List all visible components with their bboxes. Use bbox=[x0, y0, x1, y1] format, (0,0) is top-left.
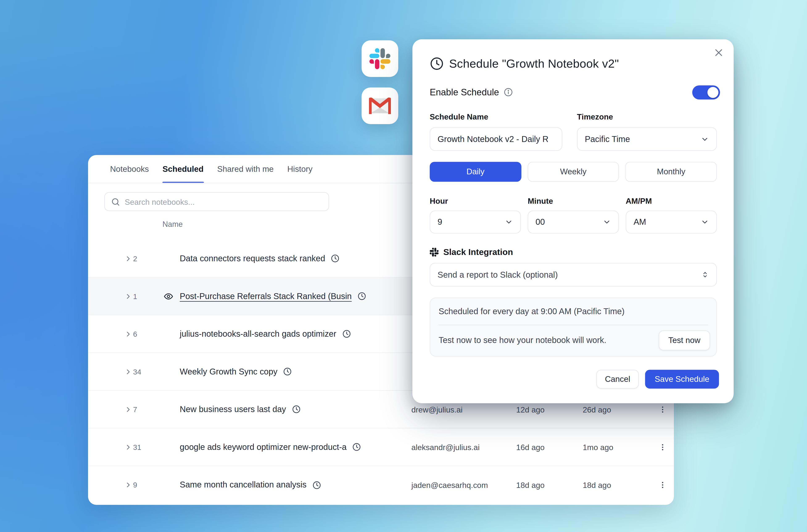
kebab-menu-icon[interactable] bbox=[658, 405, 667, 414]
clock-icon bbox=[283, 367, 292, 376]
minute-select[interactable]: 00 bbox=[528, 210, 619, 233]
ampm-label: AM/PM bbox=[626, 196, 652, 205]
enable-schedule-label: Enable Schedule bbox=[430, 87, 499, 98]
chevron-right-icon[interactable] bbox=[125, 330, 131, 337]
table-row[interactable]: 9 Same month cancellation analysis jaden… bbox=[88, 466, 674, 504]
schedule-name-label: Schedule Name bbox=[430, 112, 489, 121]
ampm-value: AM bbox=[634, 217, 646, 227]
schedule-name-input[interactable] bbox=[438, 134, 554, 144]
notebook-name[interactable]: Same month cancellation analysis bbox=[180, 480, 321, 490]
clock-icon bbox=[342, 329, 351, 338]
timezone-select[interactable]: Pacific Time bbox=[577, 127, 717, 151]
notebook-name[interactable]: Post-Purchase Referrals Stack Ranked (Bu… bbox=[180, 291, 366, 301]
search-box bbox=[104, 192, 329, 211]
chevrons-up-down-icon bbox=[701, 271, 709, 279]
name-column-header: Name bbox=[162, 220, 183, 228]
slack-integration-title: Slack Integration bbox=[443, 247, 513, 257]
modal-title: Schedule "Growth Notebook v2" bbox=[449, 57, 619, 71]
chevron-right-icon[interactable] bbox=[125, 481, 131, 488]
tab-scheduled[interactable]: Scheduled bbox=[162, 155, 203, 183]
notebook-count: 31 bbox=[133, 443, 141, 451]
clock-icon bbox=[357, 292, 366, 301]
tab-shared-with-me[interactable]: Shared with me bbox=[217, 155, 274, 183]
slack-report-value: Send a report to Slack (optional) bbox=[438, 270, 558, 279]
search-input[interactable] bbox=[125, 197, 322, 206]
last-run-time: 18d ago bbox=[516, 480, 545, 489]
chevron-right-icon[interactable] bbox=[125, 406, 131, 413]
save-schedule-button[interactable]: Save Schedule bbox=[645, 369, 719, 388]
last-run-time: 12d ago bbox=[516, 405, 545, 414]
tab-notebooks[interactable]: Notebooks bbox=[110, 155, 149, 183]
notebook-name[interactable]: google ads keyword optimizer new-product… bbox=[180, 442, 361, 452]
search-icon bbox=[111, 197, 120, 206]
test-now-button[interactable]: Test now bbox=[659, 330, 710, 350]
enable-schedule-toggle[interactable] bbox=[692, 85, 720, 99]
schedule-summary-text: Scheduled for every day at 9:00 AM (Paci… bbox=[439, 307, 625, 316]
kebab-menu-icon[interactable] bbox=[658, 480, 667, 489]
created-time: 26d ago bbox=[583, 405, 611, 414]
clock-icon bbox=[430, 57, 444, 71]
frequency-daily-button[interactable]: Daily bbox=[430, 162, 521, 182]
created-time: 18d ago bbox=[583, 480, 611, 489]
schedule-modal: Schedule "Growth Notebook v2" Enable Sch… bbox=[412, 39, 734, 403]
notebook-name[interactable]: julius-notebooks-all-search gads optimiz… bbox=[180, 329, 351, 339]
tab-bar: Notebooks Scheduled Shared with me Histo… bbox=[110, 155, 313, 183]
tab-history[interactable]: History bbox=[287, 155, 312, 183]
chevron-right-icon[interactable] bbox=[125, 368, 131, 375]
schedule-name-field bbox=[430, 127, 562, 151]
desktop-background: Notebooks Scheduled Shared with me Histo… bbox=[0, 0, 807, 532]
notebook-count: 34 bbox=[133, 367, 141, 376]
slack-integration-header: Slack Integration bbox=[430, 247, 513, 257]
created-time: 1mo ago bbox=[583, 442, 613, 451]
frequency-weekly-button[interactable]: Weekly bbox=[528, 162, 619, 182]
frequency-monthly-button[interactable]: Monthly bbox=[625, 162, 717, 182]
hour-value: 9 bbox=[438, 217, 442, 227]
hour-select[interactable]: 9 bbox=[430, 210, 521, 233]
last-run-time: 16d ago bbox=[516, 442, 545, 451]
toggle-knob bbox=[708, 87, 718, 98]
gmail-app-tile[interactable] bbox=[362, 88, 399, 124]
hour-label: Hour bbox=[430, 196, 448, 205]
frequency-segment: Daily Weekly Monthly bbox=[430, 162, 717, 182]
table-row[interactable]: 31 google ads keyword optimizer new-prod… bbox=[88, 429, 674, 466]
notebook-name[interactable]: Weekly Growth Sync copy bbox=[180, 367, 292, 376]
notebook-count: 1 bbox=[133, 292, 137, 300]
chevron-right-icon[interactable] bbox=[125, 293, 131, 300]
ampm-select[interactable]: AM bbox=[626, 210, 717, 233]
timezone-label: Timezone bbox=[577, 112, 613, 121]
owner-email: aleksandr@julius.ai bbox=[411, 442, 480, 451]
notebook-count: 6 bbox=[133, 330, 137, 338]
summary-divider bbox=[439, 325, 708, 325]
clock-icon bbox=[331, 254, 340, 263]
clock-icon bbox=[352, 442, 361, 451]
cancel-button[interactable]: Cancel bbox=[597, 369, 639, 388]
modal-header: Schedule "Growth Notebook v2" bbox=[430, 57, 619, 71]
notebook-name[interactable]: Data connectors requests stack ranked bbox=[180, 254, 340, 263]
clock-icon bbox=[312, 480, 321, 489]
kebab-menu-icon[interactable] bbox=[658, 442, 667, 451]
chevron-right-icon[interactable] bbox=[125, 443, 131, 450]
notebook-name[interactable]: New business users last day bbox=[180, 404, 300, 414]
notebook-count: 9 bbox=[133, 481, 137, 489]
chevron-down-icon bbox=[701, 135, 709, 143]
chevron-down-icon bbox=[603, 218, 611, 226]
owner-email: jaden@caesarhq.com bbox=[411, 480, 488, 489]
test-hint-text: Test now to see how your notebook will w… bbox=[439, 336, 606, 345]
timezone-value: Pacific Time bbox=[585, 134, 630, 144]
owner-email: drew@julius.ai bbox=[411, 405, 462, 414]
notebook-count: 7 bbox=[133, 405, 137, 414]
info-icon[interactable] bbox=[504, 88, 513, 97]
slack-icon bbox=[430, 248, 439, 256]
clock-icon bbox=[292, 405, 300, 414]
enable-schedule-row: Enable Schedule bbox=[430, 85, 720, 99]
chevron-right-icon[interactable] bbox=[125, 255, 131, 262]
slack-report-select[interactable]: Send a report to Slack (optional) bbox=[430, 263, 717, 286]
chevron-down-icon bbox=[505, 218, 513, 226]
close-icon[interactable] bbox=[714, 48, 723, 58]
minute-label: Minute bbox=[528, 196, 553, 205]
chevron-down-icon bbox=[701, 218, 709, 226]
slack-app-tile[interactable] bbox=[362, 40, 399, 77]
slack-icon bbox=[369, 48, 390, 69]
minute-value: 00 bbox=[535, 217, 545, 227]
modal-footer: Cancel Save Schedule bbox=[597, 369, 719, 388]
